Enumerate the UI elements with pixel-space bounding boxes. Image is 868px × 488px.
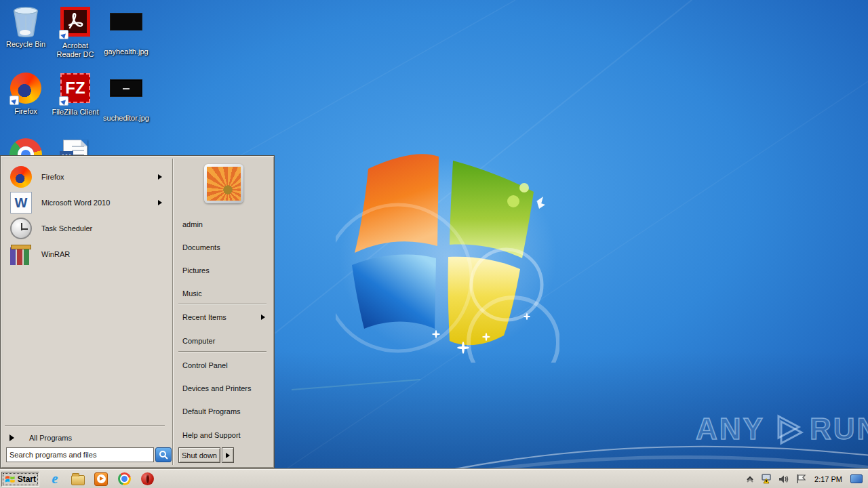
shortcut-arrow-icon	[59, 30, 68, 39]
quicklaunch-chrome[interactable]	[117, 472, 132, 487]
firefox-icon	[9, 73, 42, 105]
quicklaunch-windows-explorer[interactable]	[71, 472, 85, 487]
anyrun-watermark: ANY RUN	[696, 411, 868, 447]
shutdown-arrow-icon	[226, 453, 230, 458]
menu-item-label: Documents	[182, 243, 220, 251]
start-menu-item-recent-items[interactable]: Recent Items	[174, 309, 272, 325]
red-circle-app-icon	[141, 472, 154, 485]
firefox-icon	[10, 166, 32, 188]
desktop-icon-label: Recycle Bin	[0, 40, 52, 49]
quicklaunch-media-player[interactable]	[94, 472, 108, 487]
watermark-text-run: RUN	[810, 414, 868, 444]
windows-explorer-icon	[71, 475, 85, 485]
action-center-flag-icon	[795, 474, 806, 484]
start-menu-item-devices-printers[interactable]: Devices and Printers	[174, 380, 272, 396]
winrar-icon	[10, 243, 32, 265]
quicklaunch-red-app[interactable]	[140, 472, 155, 487]
start-menu: Firefox W Microsoft Word 2010 Task Sched…	[0, 155, 275, 468]
desktop-icon-label: Firefox	[0, 107, 52, 116]
shutdown-button[interactable]: Shut down	[178, 447, 220, 463]
start-menu-item-winrar[interactable]: WinRAR	[1, 241, 169, 267]
flower-picture	[207, 167, 241, 201]
desktop-icon-filezilla[interactable]: FZ FileZilla Client	[50, 72, 101, 117]
task-scheduler-icon	[10, 218, 32, 239]
search-input[interactable]	[6, 447, 154, 462]
start-menu-item-firefox[interactable]: Firefox	[1, 164, 169, 190]
start-button-label: Start	[18, 474, 36, 484]
tray-collapse-button[interactable]	[746, 476, 754, 483]
tray-network[interactable]	[760, 474, 772, 484]
filezilla-icon: FZ	[59, 73, 92, 106]
volume-icon	[778, 474, 789, 484]
separator	[178, 351, 267, 352]
system-tray: 2:17 PM	[746, 474, 868, 484]
desktop-icon-label: sucheditor.jpg	[100, 114, 152, 123]
menu-item-label: Pictures	[182, 266, 210, 274]
start-menu-item-computer[interactable]: Computer	[174, 333, 272, 349]
windows-logo	[336, 139, 559, 363]
desktop-icon-acrobat[interactable]: Acrobat Reader DC	[50, 5, 101, 59]
display-tray-icon[interactable]	[850, 474, 863, 483]
start-button[interactable]: Start	[1, 472, 39, 487]
menu-item-label: Control Panel	[182, 361, 228, 369]
start-menu-item-music[interactable]: Music	[174, 285, 272, 302]
desktop-icon-firefox[interactable]: Firefox	[0, 72, 52, 116]
start-menu-item-control-panel[interactable]: Control Panel	[174, 357, 272, 373]
menu-item-label: Music	[182, 289, 202, 298]
recycle-bin-icon	[9, 5, 42, 38]
desktop: ANY RUN Recycle Bin Acrobat	[0, 0, 868, 488]
menu-item-label: Task Scheduler	[41, 224, 92, 232]
all-programs-label: All Programs	[29, 434, 72, 442]
taskbar-clock[interactable]: 2:17 PM	[812, 475, 844, 483]
desktop-icon-label: FileZilla Client	[50, 108, 101, 117]
menu-item-label: Recent Items	[182, 313, 226, 321]
menu-item-label: Devices and Printers	[182, 384, 252, 392]
separator	[178, 304, 267, 305]
all-programs-button[interactable]: All Programs	[3, 429, 172, 447]
start-menu-divider	[172, 159, 174, 465]
shortcut-arrow-icon	[59, 96, 68, 106]
menu-item-label: Microsoft Word 2010	[41, 199, 110, 207]
image-thumbnail-icon	[110, 13, 142, 45]
menu-item-label: Computer	[182, 337, 215, 345]
desktop-icon-label: gayhealth.jpg	[100, 47, 152, 56]
image-thumbnail-icon	[110, 79, 142, 112]
start-menu-item-help-support[interactable]: Help and Support	[174, 427, 272, 443]
quicklaunch-internet-explorer[interactable]: e	[47, 472, 62, 487]
menu-item-label: Help and Support	[182, 431, 241, 439]
start-menu-item-pictures[interactable]: Pictures	[174, 262, 272, 279]
menu-item-label: Default Programs	[182, 407, 241, 415]
taskbar: Start e	[0, 469, 868, 488]
chrome-icon	[118, 472, 131, 485]
shutdown-options-button[interactable]	[222, 447, 234, 463]
internet-explorer-icon: e	[52, 471, 58, 487]
media-player-icon	[94, 472, 108, 486]
start-menu-item-default-programs[interactable]: Default Programs	[174, 403, 272, 420]
start-menu-item-user[interactable]: admin	[174, 216, 272, 232]
desktop-icon-recycle-bin[interactable]: Recycle Bin	[0, 5, 52, 49]
menu-item-label: Firefox	[41, 173, 64, 181]
submenu-arrow-icon	[158, 174, 162, 180]
start-menu-item-documents[interactable]: Documents	[174, 239, 272, 256]
start-menu-right-content: admin Documents Pictures Music Recent It…	[174, 159, 272, 465]
search-button[interactable]	[155, 447, 172, 462]
desktop-icon-sucheditor[interactable]: sucheditor.jpg	[100, 72, 152, 123]
submenu-arrow-icon	[158, 200, 162, 205]
desktop-icon-label: Acrobat Reader DC	[50, 41, 101, 59]
tray-volume[interactable]	[778, 474, 789, 484]
user-avatar[interactable]	[204, 164, 243, 203]
acrobat-reader-icon	[59, 7, 92, 39]
search-icon	[159, 450, 168, 460]
shortcut-arrow-icon	[9, 96, 19, 105]
menu-item-label: admin	[182, 220, 203, 228]
start-menu-item-task-scheduler[interactable]: Task Scheduler	[1, 216, 169, 241]
desktop-icon-gayhealth[interactable]: gayhealth.jpg	[100, 5, 152, 56]
separator	[5, 425, 165, 426]
word-icon: W	[10, 192, 32, 214]
submenu-arrow-icon	[261, 314, 265, 320]
all-programs-arrow-icon	[9, 434, 14, 441]
tray-action-center[interactable]	[795, 474, 806, 484]
watermark-text-any: ANY	[696, 414, 765, 444]
start-menu-item-word[interactable]: W Microsoft Word 2010	[1, 190, 169, 216]
menu-item-label: WinRAR	[41, 250, 70, 258]
